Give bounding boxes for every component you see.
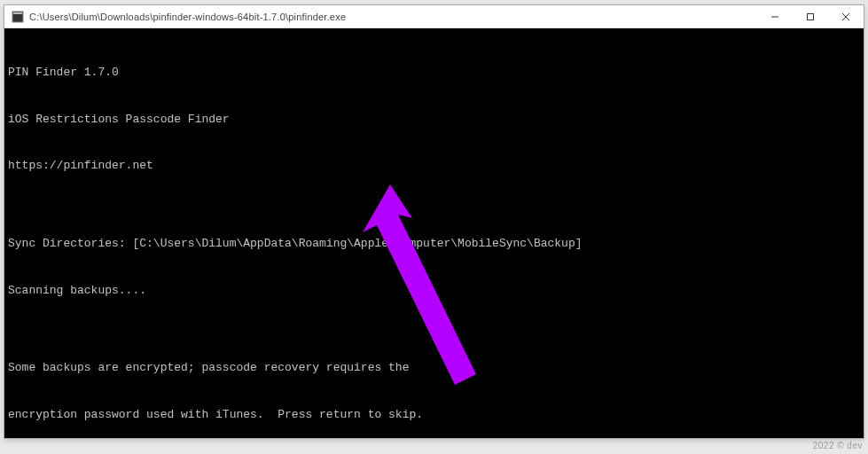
svg-rect-1 <box>13 12 22 14</box>
terminal-output[interactable]: PIN Finder 1.7.0 iOS Restrictions Passco… <box>4 28 864 438</box>
window-controls <box>757 5 864 27</box>
terminal-line: iOS Restrictions Passcode Finder <box>8 112 860 128</box>
svg-rect-3 <box>808 13 814 20</box>
terminal-line: https://pinfinder.net <box>8 158 860 174</box>
terminal-line: Scanning backups.... <box>8 283 860 299</box>
terminal-line: Sync Directories: [C:\Users\Dilum\AppDat… <box>8 236 860 252</box>
watermark-text: 2022 © dev <box>813 441 863 450</box>
app-icon <box>12 11 24 23</box>
terminal-line: Some backups are encrypted; passcode rec… <box>8 360 860 376</box>
maximize-button[interactable] <box>793 5 828 27</box>
terminal-line: encryption password used with iTunes. Pr… <box>8 407 860 423</box>
window-title: C:\Users\Dilum\Downloads\pinfinder-windo… <box>29 12 757 22</box>
close-button[interactable] <box>828 5 864 27</box>
terminal-line: PIN Finder 1.7.0 <box>8 65 860 81</box>
minimize-button[interactable] <box>757 5 793 27</box>
app-window: C:\Users\Dilum\Downloads\pinfinder-windo… <box>4 4 864 439</box>
titlebar[interactable]: C:\Users\Dilum\Downloads\pinfinder-windo… <box>4 5 864 28</box>
